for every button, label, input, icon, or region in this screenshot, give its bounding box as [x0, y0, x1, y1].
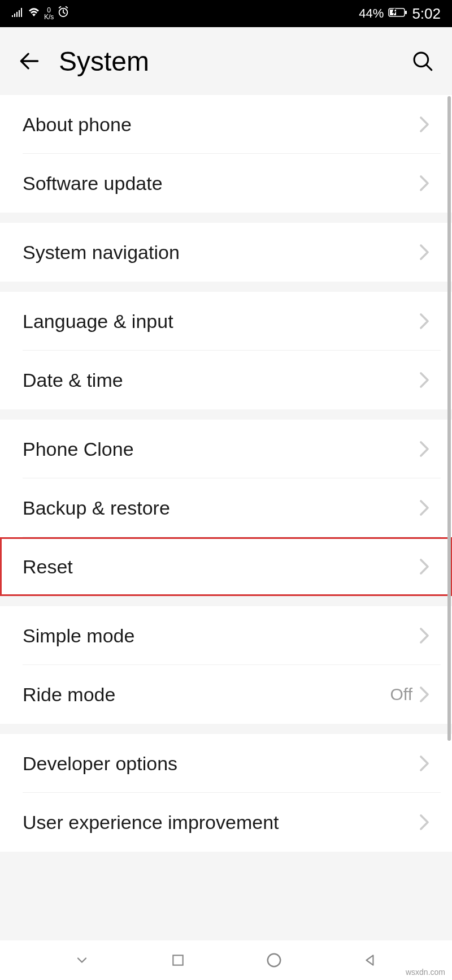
chevron-right-icon	[419, 441, 429, 457]
nav-recents-button[interactable]	[167, 949, 189, 972]
nav-back-button[interactable]	[359, 949, 381, 972]
setting-row-phone-clone[interactable]: Phone Clone	[0, 420, 452, 478]
setting-label: Software update	[23, 172, 419, 195]
navigation-bar	[0, 940, 452, 980]
setting-value: Off	[390, 685, 412, 704]
battery-percent: 44%	[359, 6, 384, 21]
setting-row-system-navigation[interactable]: System navigation	[0, 223, 452, 282]
scrollbar[interactable]	[447, 96, 451, 741]
setting-label: Language & input	[23, 310, 419, 333]
svg-rect-4	[173, 955, 182, 965]
setting-label: About phone	[23, 114, 419, 136]
setting-row-backup-restore[interactable]: Backup & restore	[0, 478, 452, 537]
nav-chevron-button[interactable]	[71, 949, 93, 972]
setting-row-developer-options[interactable]: Developer options	[0, 734, 452, 793]
alarm-icon	[57, 6, 69, 21]
setting-label: Simple mode	[23, 625, 419, 647]
chevron-right-icon	[419, 116, 429, 133]
setting-row-language-input[interactable]: Language & input	[0, 292, 452, 351]
setting-row-user-experience-improvement[interactable]: User experience improvement	[0, 793, 452, 852]
triangle-back-icon	[363, 953, 377, 968]
speed-indicator: 0 K/s	[44, 7, 54, 20]
settings-group: Phone CloneBackup & restoreReset	[0, 420, 452, 596]
speed-unit: K/s	[44, 14, 54, 20]
settings-group: Simple modeRide modeOff	[0, 606, 452, 724]
settings-group: Language & inputDate & time	[0, 292, 452, 409]
chevron-right-icon	[419, 814, 429, 831]
setting-label: Developer options	[23, 753, 419, 775]
chevron-right-icon	[419, 499, 429, 516]
back-button[interactable]	[17, 49, 42, 74]
setting-row-reset[interactable]: Reset	[0, 537, 452, 596]
chevron-right-icon	[419, 175, 429, 192]
setting-row-ride-mode[interactable]: Ride modeOff	[0, 665, 452, 724]
square-icon	[171, 953, 185, 968]
watermark: wsxdn.com	[406, 968, 445, 977]
signal-icon	[11, 6, 24, 21]
setting-label: Backup & restore	[23, 497, 419, 519]
svg-point-5	[268, 954, 281, 967]
setting-label: Ride mode	[23, 684, 390, 706]
status-left: 0 K/s	[11, 6, 69, 21]
chevron-right-icon	[419, 558, 429, 575]
settings-list: About phoneSoftware updateSystem navigat…	[0, 95, 452, 852]
chevron-right-icon	[419, 244, 429, 261]
chevron-down-icon	[74, 952, 90, 968]
svg-rect-2	[405, 11, 407, 14]
status-right: 44% 5:02	[359, 5, 441, 23]
setting-row-date-time[interactable]: Date & time	[0, 351, 452, 409]
page-title: System	[59, 46, 393, 77]
setting-row-about-phone[interactable]: About phone	[0, 95, 452, 154]
time: 5:02	[412, 5, 441, 23]
header: System	[0, 27, 452, 95]
setting-label: Date & time	[23, 369, 419, 391]
chevron-right-icon	[419, 372, 429, 388]
search-button[interactable]	[410, 49, 435, 74]
setting-label: Phone Clone	[23, 438, 419, 460]
settings-group: System navigation	[0, 223, 452, 282]
chevron-right-icon	[419, 755, 429, 772]
search-icon	[411, 49, 434, 73]
setting-label: Reset	[23, 556, 419, 578]
nav-home-button[interactable]	[263, 949, 285, 972]
circle-icon	[266, 952, 282, 969]
wifi-icon	[27, 6, 41, 21]
setting-row-simple-mode[interactable]: Simple mode	[0, 606, 452, 665]
setting-label: User experience improvement	[23, 811, 419, 834]
settings-group: Developer optionsUser experience improve…	[0, 734, 452, 852]
chevron-right-icon	[419, 313, 429, 330]
setting-row-software-update[interactable]: Software update	[0, 154, 452, 213]
chevron-right-icon	[419, 627, 429, 644]
back-arrow-icon	[17, 49, 42, 74]
status-bar: 0 K/s 44% 5:02	[0, 0, 452, 27]
settings-group: About phoneSoftware update	[0, 95, 452, 213]
battery-icon	[388, 6, 407, 21]
setting-label: System navigation	[23, 241, 419, 264]
chevron-right-icon	[419, 686, 429, 703]
